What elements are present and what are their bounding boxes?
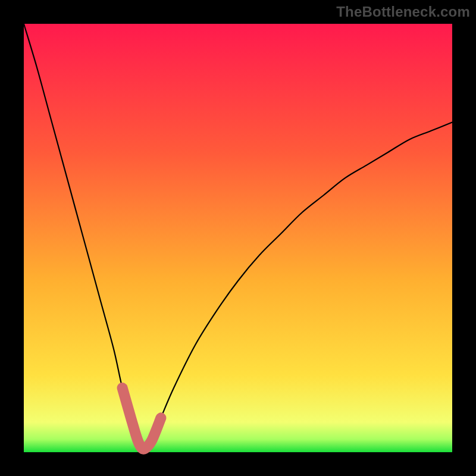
watermark-text: TheBottleneck.com xyxy=(336,4,470,20)
curve-line xyxy=(24,24,452,449)
bottleneck-chart xyxy=(24,24,452,452)
chart-plot-area xyxy=(24,24,452,452)
curve-highlight xyxy=(123,388,161,449)
